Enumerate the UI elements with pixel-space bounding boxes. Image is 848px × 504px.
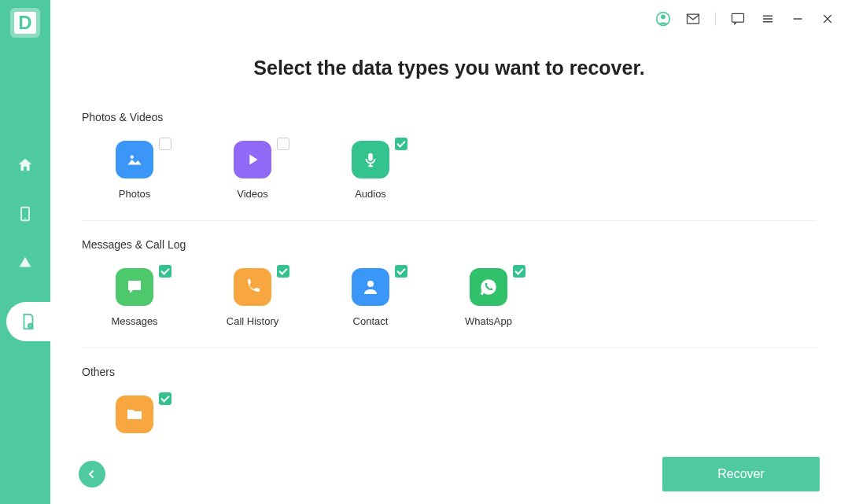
item-call-history-label: Call History: [227, 315, 278, 327]
account-icon[interactable]: [655, 11, 671, 27]
photos-icon: [124, 149, 145, 170]
section-others: Documents: [82, 395, 817, 444]
checkbox-whatsapp[interactable]: [513, 265, 525, 278]
svg-rect-10: [368, 153, 373, 161]
svg-point-9: [131, 156, 134, 159]
nav-home-icon[interactable]: [16, 156, 35, 175]
item-photos-label: Photos: [119, 188, 150, 200]
item-whatsapp[interactable]: WhatsApp: [469, 268, 508, 327]
minimize-icon[interactable]: [790, 11, 806, 27]
nav-cloud-icon[interactable]: [16, 253, 35, 272]
nav-phone-icon[interactable]: [16, 204, 35, 223]
checkbox-documents[interactable]: [159, 392, 171, 405]
sidebar: D !: [0, 0, 50, 504]
svg-point-1: [24, 218, 26, 219]
page-title: Select the data types you want to recove…: [82, 57, 817, 79]
mail-icon[interactable]: [685, 11, 701, 27]
item-whatsapp-label: WhatsApp: [465, 315, 512, 327]
close-icon[interactable]: [820, 11, 835, 27]
svg-rect-6: [688, 14, 699, 24]
documents-icon: [125, 405, 144, 424]
checkbox-call-history[interactable]: [277, 265, 289, 278]
item-audios-label: Audios: [355, 188, 386, 200]
menu-icon[interactable]: [760, 11, 776, 27]
videos-icon: [244, 151, 261, 168]
section-messages-calls: Messages Call History Contact: [82, 268, 817, 348]
item-audios[interactable]: Audios: [351, 141, 390, 200]
section-others-label: Others: [82, 366, 817, 378]
item-documents[interactable]: Documents: [115, 395, 154, 444]
svg-rect-7: [732, 13, 744, 22]
messages-icon: [125, 278, 144, 296]
checkbox-contact[interactable]: [395, 265, 407, 278]
checkbox-videos[interactable]: [277, 138, 289, 150]
item-documents-label: Documents: [109, 443, 160, 444]
item-videos[interactable]: Videos: [233, 141, 272, 200]
section-photos-videos: Photos Videos Audios: [82, 141, 817, 221]
call-icon: [243, 278, 262, 296]
whatsapp-icon: [478, 277, 499, 297]
svg-point-5: [661, 15, 665, 20]
section-photos-videos-label: Photos & Videos: [82, 111, 817, 123]
svg-point-11: [367, 281, 374, 287]
item-contact[interactable]: Contact: [351, 268, 390, 327]
item-contact-label: Contact: [353, 315, 389, 327]
checkbox-photos[interactable]: [159, 138, 171, 150]
item-messages[interactable]: Messages: [115, 268, 154, 327]
item-call-history[interactable]: Call History: [233, 268, 272, 327]
topbar: [50, 0, 848, 38]
separator: [715, 12, 716, 26]
app-logo: D: [10, 8, 40, 38]
feedback-icon[interactable]: [730, 11, 746, 27]
item-videos-label: Videos: [237, 188, 268, 200]
nav-sd-recover-icon[interactable]: !: [6, 302, 50, 341]
audios-icon: [362, 151, 379, 168]
contact-icon: [361, 278, 380, 296]
footer: Recover: [50, 444, 848, 504]
checkbox-audios[interactable]: [395, 138, 407, 150]
item-photos[interactable]: Photos: [115, 141, 154, 200]
section-messages-calls-label: Messages & Call Log: [82, 238, 817, 251]
checkbox-messages[interactable]: [159, 265, 171, 278]
back-button[interactable]: [79, 461, 105, 487]
recover-button[interactable]: Recover: [662, 457, 820, 491]
item-messages-label: Messages: [111, 315, 157, 327]
